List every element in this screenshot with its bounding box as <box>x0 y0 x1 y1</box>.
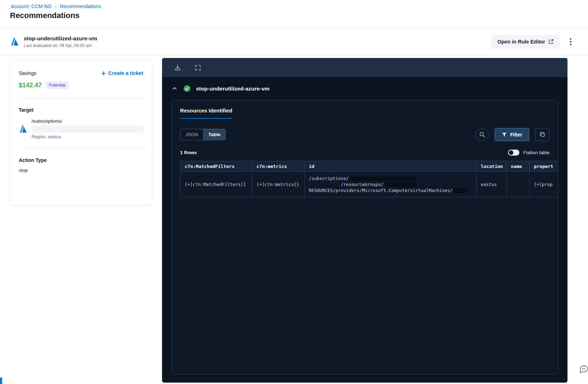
toggle-knob <box>509 150 513 155</box>
id-line-1: /subscriptions/ <box>309 176 349 181</box>
search-button[interactable] <box>475 128 489 141</box>
json-view-toggle[interactable]: JSON <box>180 129 203 140</box>
col-header-properties[interactable]: propert <box>530 161 558 172</box>
id-line-3: RESOURCES/providers/Microsoft.Compute/vi… <box>309 188 452 193</box>
cell-matched-filters-expander[interactable]: [+]c7n:MatchedFilters[] <box>180 172 252 197</box>
breadcrumb-account-link[interactable]: Account: CCM-NG <box>11 4 52 9</box>
redacted-vm-name <box>454 188 467 193</box>
copy-button[interactable] <box>535 128 549 141</box>
cell-id: /subscriptions/ /resourceGroups/ RESOURC… <box>305 172 477 197</box>
table-header-row: c7n:MatchedFilters c7n:metrics id locati… <box>180 161 558 172</box>
redacted-target-value <box>31 126 143 133</box>
action-type-value: stop <box>19 168 143 173</box>
help-chat-button[interactable] <box>579 364 588 375</box>
card-divider <box>19 98 143 99</box>
cell-properties-expander[interactable]: [+]prop <box>530 172 558 197</box>
filter-label: Filter <box>510 132 522 138</box>
search-icon <box>479 132 485 138</box>
create-ticket-label: Create a ticket <box>108 70 143 76</box>
cell-location: eastus <box>477 172 507 197</box>
col-header-metrics[interactable]: c7n:metrics <box>252 161 305 172</box>
last-evaluated-text: Last evaluated on: 09 Apr, 06:00 am <box>24 43 97 48</box>
success-check-icon <box>183 85 191 92</box>
kebab-icon <box>570 38 572 46</box>
corner-accent-bar <box>0 378 2 384</box>
chevron-up-icon <box>172 86 177 91</box>
open-in-rule-editor-label: Open in Rule Editor <box>497 39 545 45</box>
flatten-table-toggle[interactable] <box>508 150 519 156</box>
cell-name <box>507 172 530 197</box>
azure-icon <box>19 125 27 133</box>
savings-card: Savings Create a ticket $142.47 Potentia… <box>10 60 152 205</box>
open-in-rule-editor-button[interactable]: Open in Rule Editor <box>491 35 560 48</box>
view-mode-segmented-control: JSON Table <box>180 129 226 140</box>
resource-panel: stop-underutilized-azure-vm Resources Id… <box>162 58 567 383</box>
savings-label: Savings <box>19 70 36 76</box>
download-icon <box>174 64 181 71</box>
potential-badge: Potential <box>46 81 69 89</box>
resources-container: Resources Identified JSON Table Filter <box>171 100 558 374</box>
recommendation-header: stop-underutilized-azure-vm Last evaluat… <box>0 28 588 56</box>
fullscreen-icon <box>195 64 201 71</box>
resources-table: c7n:MatchedFilters c7n:metrics id locati… <box>180 161 558 197</box>
copy-icon <box>540 132 546 138</box>
target-label: Target <box>19 107 143 113</box>
tab-resources-identified[interactable]: Resources Identified <box>180 107 232 119</box>
collapse-button[interactable] <box>171 85 178 92</box>
col-header-id[interactable]: id <box>305 161 477 172</box>
breadcrumb: Account: CCM-NG › Recommendations <box>11 3 101 9</box>
target-region: Region: eastus <box>31 134 143 139</box>
chat-bubble-icon <box>579 364 588 374</box>
more-options-kebab-button[interactable] <box>568 36 573 47</box>
table-row: [+]c7n:MatchedFilters[] [+]c7n:metrics{}… <box>180 172 558 197</box>
redacted-resource-group <box>385 182 417 187</box>
filter-button[interactable]: Filter <box>495 128 529 141</box>
create-ticket-button[interactable]: Create a ticket <box>101 70 143 76</box>
recommendation-name: stop-underutilized-azure-vm <box>24 35 97 42</box>
external-link-icon <box>548 39 554 44</box>
download-button[interactable] <box>173 63 182 72</box>
azure-icon <box>10 37 19 46</box>
cell-metrics-expander[interactable]: [+]c7n:metrics{} <box>252 172 305 197</box>
panel-title-row: stop-underutilized-azure-vm <box>162 77 567 97</box>
panel-recommendation-name: stop-underutilized-azure-vm <box>196 86 270 92</box>
col-header-location[interactable]: location <box>477 161 507 172</box>
fullscreen-button[interactable] <box>194 64 202 72</box>
action-type-label: Action Type <box>19 157 143 163</box>
filter-funnel-icon <box>502 132 507 137</box>
redacted-subscription-id <box>350 176 416 181</box>
card-divider <box>19 149 143 149</box>
savings-amount: $142.47 <box>19 82 42 89</box>
rows-count: 1 Rows <box>180 150 197 155</box>
table-view-toggle[interactable]: Table <box>203 129 225 140</box>
breadcrumb-recommendations-link[interactable]: Recommendations <box>60 4 101 9</box>
plus-icon <box>101 71 106 76</box>
resources-table-wrapper: c7n:MatchedFilters c7n:metrics id locati… <box>180 161 558 197</box>
page-title: Recommendations <box>10 11 80 20</box>
id-line-2: /resourceGroups/ <box>309 182 384 187</box>
target-path: /subscriptions/ <box>31 118 143 124</box>
col-header-matched-filters[interactable]: c7n:MatchedFilters <box>180 161 252 172</box>
breadcrumb-separator-icon: › <box>55 3 57 9</box>
col-header-name[interactable]: name <box>507 161 530 172</box>
flatten-table-label: Flatten table <box>523 150 549 155</box>
panel-toolbar <box>162 58 567 77</box>
